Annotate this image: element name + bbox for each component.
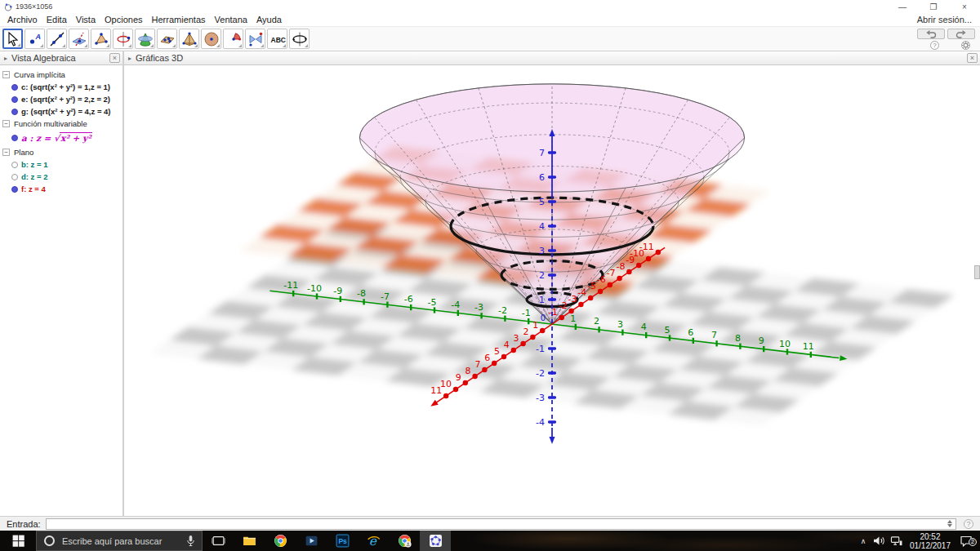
taskbar-file-explorer-button[interactable]: [234, 531, 265, 551]
minimize-button[interactable]: —: [887, 2, 918, 11]
graphics-3d-panel: ▸ Gráficas 3D × -11-10-9-8-7-6-5-4-3-2-1…: [124, 51, 980, 516]
angle-tool-button[interactable]: [223, 29, 243, 49]
visibility-dot-off[interactable]: [11, 174, 18, 180]
taskbar-chrome-button[interactable]: [265, 531, 296, 551]
algebra-object-row[interactable]: g: (sqrt(x² + y²) = 4,z = 4): [2, 105, 122, 118]
tree-group-2[interactable]: −Plano: [2, 146, 122, 158]
graphics-3d-title: Gráficas 3D: [136, 53, 183, 63]
panel-menu-arrow-icon[interactable]: ▸: [128, 55, 131, 62]
menu-vista[interactable]: Vista: [75, 15, 96, 24]
window-titlebar: 1936×1056 — ❐ ×: [0, 0, 980, 13]
algebra-object-row[interactable]: b: z = 1: [2, 158, 122, 171]
algebra-object-row[interactable]: f: z = 4: [2, 183, 122, 195]
taskbar-search-box[interactable]: Escribe aquí para buscar: [36, 531, 203, 551]
photoshop-icon: Ps: [336, 534, 350, 548]
visibility-dot-on[interactable]: [11, 84, 18, 91]
menu-edita[interactable]: Edita: [46, 15, 68, 24]
undo-button[interactable]: [917, 29, 945, 39]
start-button[interactable]: [0, 531, 36, 551]
menu-ayuda[interactable]: Ayuda: [256, 15, 283, 24]
algebra-input-field[interactable]: [47, 519, 945, 529]
collapse-icon[interactable]: −: [2, 149, 10, 156]
line-tool-button[interactable]: [47, 29, 67, 49]
plane-through-points-tool-button[interactable]: [157, 29, 177, 49]
move-tool-button[interactable]: [2, 29, 23, 49]
svg-text:5: 5: [494, 346, 500, 357]
settings-gear-icon[interactable]: [961, 41, 970, 50]
taskbar-movies-tv-button[interactable]: [296, 531, 327, 551]
svg-text:-4: -4: [451, 300, 460, 310]
tree-group-1[interactable]: −Función multivariable: [2, 118, 122, 130]
graphics-3d-close-button[interactable]: ×: [967, 53, 978, 63]
svg-text:2: 2: [594, 316, 599, 327]
window-title: 1936×1056: [16, 2, 52, 11]
point-tool-button[interactable]: A: [24, 29, 45, 49]
taskbar-geogebra-button[interactable]: [420, 531, 451, 551]
intersect-surfaces-tool-button[interactable]: [135, 29, 155, 49]
taskbar-task-view-button[interactable]: [203, 531, 234, 551]
svg-text:-9: -9: [626, 255, 635, 265]
svg-text:-11: -11: [283, 280, 298, 291]
object-definition: d: z = 2: [21, 172, 47, 181]
menu-opciones[interactable]: Opciones: [104, 15, 143, 24]
collapse-icon[interactable]: −: [2, 71, 10, 78]
polygon-tool-button[interactable]: [91, 29, 111, 49]
collapse-icon[interactable]: −: [2, 120, 10, 127]
network-icon[interactable]: [888, 535, 905, 546]
visibility-dot-on[interactable]: [11, 96, 18, 103]
svg-text:-2: -2: [536, 368, 545, 379]
input-help-icon[interactable]: ?: [964, 519, 973, 529]
visibility-dot-off[interactable]: [11, 162, 18, 168]
object-definition: b: z = 1: [21, 160, 47, 169]
action-center-icon[interactable]: 2: [956, 535, 977, 547]
menu-archivo[interactable]: Archivo: [7, 15, 38, 24]
svg-text:-8: -8: [616, 261, 625, 272]
visibility-dot-on[interactable]: [11, 186, 18, 193]
svg-text:-7: -7: [607, 268, 616, 278]
panel-menu-arrow-icon[interactable]: ▸: [4, 55, 7, 62]
taskbar-internet-explorer-button[interactable]: e: [358, 531, 389, 551]
menu-ventana[interactable]: Ventana: [214, 15, 248, 24]
svg-text:e: e: [368, 534, 376, 548]
text-tool-button[interactable]: ABC: [267, 29, 287, 49]
close-button[interactable]: ×: [949, 2, 980, 11]
taskbar-clock[interactable]: 20:52 01/12/2017: [910, 532, 951, 550]
visibility-dot-on[interactable]: [11, 135, 18, 141]
maximize-button[interactable]: ❐: [918, 2, 949, 11]
algebra-object-row[interactable]: c: (sqrt(x² + y²) = 1,z = 1): [2, 81, 122, 93]
svg-text:5: 5: [539, 197, 545, 207]
algebra-object-row[interactable]: e: (sqrt(x² + y²) = 2,z = 2): [2, 93, 122, 105]
algebra-panel-header[interactable]: ▸ Vista Algebraica ×: [0, 51, 122, 65]
svg-text:-3: -3: [536, 393, 545, 403]
algebra-object-row[interactable]: a : z = √x² + y²: [2, 130, 122, 146]
circle-axis-tool-button[interactable]: [113, 29, 133, 49]
microphone-icon[interactable]: [186, 535, 195, 547]
tree-group-0[interactable]: −Curva implícita: [2, 69, 122, 81]
panel-resize-handle[interactable]: [974, 265, 980, 279]
taskbar-chrome-profile-button[interactable]: [389, 531, 420, 551]
transform-tool-button[interactable]: [245, 29, 265, 49]
input-history-spinner[interactable]: [945, 520, 954, 527]
pyramid-tool-button[interactable]: [179, 29, 199, 49]
graphics-3d-header[interactable]: ▸ Gráficas 3D ×: [124, 51, 980, 65]
taskbar-photoshop-button[interactable]: Ps: [327, 531, 358, 551]
svg-text:2: 2: [523, 327, 528, 337]
visibility-dot-on[interactable]: [11, 109, 18, 115]
menu-herramientas[interactable]: Herramientas: [151, 15, 207, 24]
algebra-object-row[interactable]: d: z = 2: [2, 171, 122, 183]
svg-text:6: 6: [539, 172, 545, 183]
help-icon[interactable]: ?: [930, 41, 939, 50]
tray-chevron-up-icon[interactable]: ∧: [856, 537, 871, 545]
sphere-tool-button[interactable]: [201, 29, 221, 49]
plane-through-points-tool-icon: [159, 31, 176, 47]
sign-in-link[interactable]: Abrir sesión...: [917, 15, 972, 24]
redo-button[interactable]: [947, 29, 975, 39]
rotate-view-tool-button[interactable]: [289, 29, 310, 49]
object-definition: g: (sqrt(x² + y²) = 4,z = 4): [21, 107, 111, 116]
perpendicular-plane-tool-button[interactable]: [69, 29, 89, 49]
graphics-3d-canvas[interactable]: -11-10-9-8-7-6-5-4-3-2-11234567891011-11…: [124, 65, 980, 516]
algebra-close-button[interactable]: ×: [109, 53, 120, 63]
svg-text:4: 4: [641, 322, 647, 332]
volume-icon[interactable]: [871, 535, 888, 546]
perpendicular-plane-tool-icon: [71, 31, 87, 47]
